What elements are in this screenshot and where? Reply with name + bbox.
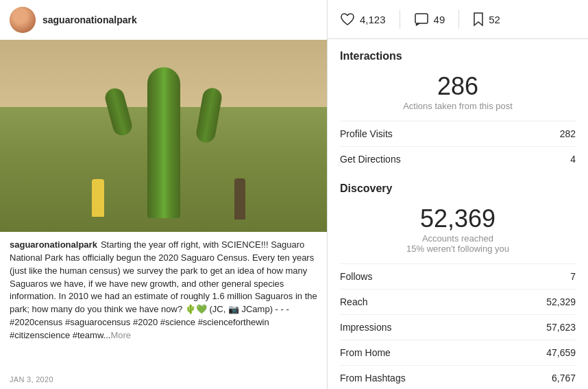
heart-icon [340,12,355,26]
accounts-reached-label: Accounts reached [340,233,576,244]
stats-bar: 4,123 49 52 [328,0,588,39]
from-home-row: From Home 47,659 [340,340,576,365]
follows-value: 7 [570,271,576,282]
discovery-title: Discovery [340,182,576,195]
get-directions-row: Get Directions 4 [340,146,576,172]
profile-visits-label: Profile Visits [340,128,393,139]
reach-value: 52,329 [546,296,576,307]
comments-stat: 49 [414,12,445,26]
interactions-section: Interactions 286 Actions taken from this… [328,39,588,172]
follows-label: Follows [340,271,372,282]
follows-row: Follows 7 [340,263,576,289]
likes-value: 4,123 [360,14,386,25]
impressions-row: Impressions 57,623 [340,314,576,340]
svg-rect-0 [415,14,428,23]
interactions-big-number: 286 [340,72,576,101]
more-link[interactable]: More [110,330,131,340]
profile-visits-row: Profile Visits 282 [340,121,576,146]
profile-visits-value: 282 [560,128,576,139]
stat-divider-1 [400,10,400,29]
from-home-value: 47,659 [546,347,576,358]
insights-panel: 4,123 49 52 Interactions 286 Actions tak… [328,0,588,389]
from-home-label: From Home [340,347,391,358]
post-caption: saguaronationalparkStarting the year off… [0,232,327,373]
stat-divider-2 [458,10,459,29]
from-hashtags-label: From Hashtags [340,373,406,384]
impressions-value: 57,623 [546,322,576,333]
saves-value: 52 [489,14,500,25]
from-hashtags-row: From Hashtags 6,767 [340,365,576,389]
post-date: Jan 3, 2020 [0,373,327,389]
username[interactable]: saguaronationalpark [42,14,137,25]
discovery-section: Discovery 52,369 Accounts reached 15% we… [328,172,588,389]
avatar[interactable] [10,7,36,33]
following-label: 15% weren't following you [340,244,576,254]
likes-stat: 4,123 [340,12,386,26]
comment-icon [414,12,429,26]
post-image [0,40,327,232]
from-hashtags-value: 6,767 [552,373,576,384]
reach-label: Reach [340,296,367,307]
interactions-title: Interactions [340,50,576,62]
saves-stat: 52 [473,12,500,27]
interactions-big-label: Actions taken from this post [340,101,576,111]
bookmark-icon [473,12,484,27]
accounts-reached-number: 52,369 [340,204,576,233]
comments-value: 49 [434,14,445,25]
caption-author[interactable]: saguaronationalpark [10,239,97,250]
impressions-label: Impressions [340,322,391,333]
reach-row: Reach 52,329 [340,289,576,314]
get-directions-label: Get Directions [340,154,401,165]
caption-text: Starting the year off right, with SCIENC… [10,239,317,340]
post-header: saguaronationalpark [0,0,327,40]
post-panel: saguaronationalpark saguaronationalparkS… [0,0,328,389]
get-directions-value: 4 [570,154,576,165]
